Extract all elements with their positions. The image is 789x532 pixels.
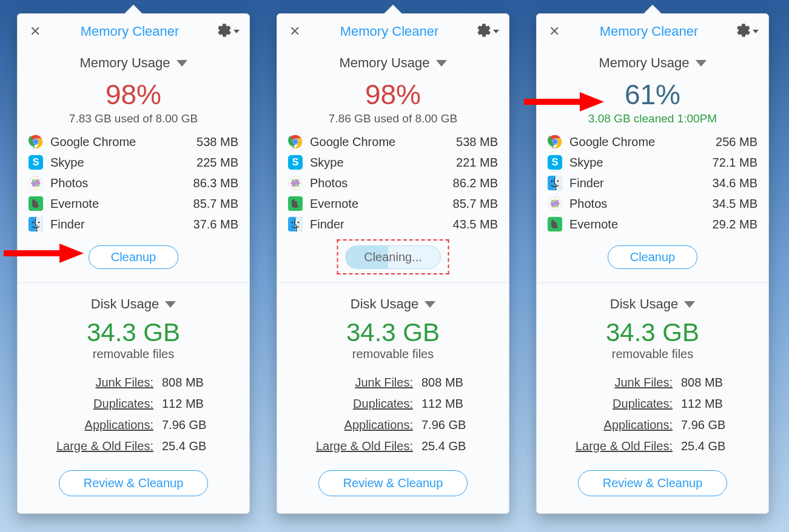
memory-percentage: 98% [277,78,509,111]
chrome-icon [548,135,562,149]
disk-row-label[interactable]: Large & Old Files: [50,439,162,453]
disk-usage-label: Disk Usage [610,296,678,312]
disk-row-label[interactable]: Duplicates: [50,397,162,411]
divider [537,282,768,283]
review-cleanup-button[interactable]: Review & Cleanup [578,470,728,496]
settings-button[interactable] [476,22,499,41]
settings-button[interactable] [736,22,759,41]
svg-point-38 [553,140,557,144]
app-name: Skype [569,156,713,170]
memory-usage-header[interactable]: Memory Usage [537,55,768,71]
chevron-down-icon [436,60,447,67]
disk-removable-size: 34.3 GB [18,318,249,347]
disk-usage-header[interactable]: Disk Usage [537,296,768,312]
chrome-icon [288,135,303,149]
photos-icon [288,176,303,190]
app-name: Google Chrome [310,135,456,149]
disk-row-label[interactable]: Applications: [569,418,681,432]
chevron-down-icon [696,60,707,67]
disk-row-value: 7.96 GB [681,418,736,432]
memory-subline: 7.86 GB used of 8.00 GB [277,112,509,125]
app-list: Google Chrome538 MBSSkype221 MBPhotos86.… [277,125,509,234]
app-size: 538 MB [456,135,498,149]
panel-title: Memory Cleaner [81,24,180,39]
app-size: 34.6 MB [713,176,757,190]
photos-icon [29,176,43,190]
disk-row-label[interactable]: Duplicates: [569,397,681,411]
svg-point-43 [551,181,553,182]
app-list-row: Google Chrome538 MB [288,131,498,152]
memory-usage-header[interactable]: Memory Usage [18,55,249,71]
app-name: Finder [569,176,713,190]
evernote-icon [288,196,303,211]
chevron-down-icon [233,30,240,33]
memory-usage-label: Memory Usage [599,55,689,71]
disk-row-value: 25.4 GB [681,439,736,453]
photos-icon [548,196,562,211]
app-list-row: Photos86.2 MB [288,173,498,193]
disk-usage-header[interactable]: Disk Usage [277,296,509,312]
close-button[interactable]: ✕ [287,24,303,39]
disk-row-label[interactable]: Large & Old Files: [569,439,681,453]
disk-breakdown-list: Junk Files:808 MBDuplicates:112 MBApplic… [277,361,509,457]
cleanup-button[interactable]: Cleanup [608,245,698,269]
gear-icon [736,22,751,41]
panel-title: Memory Cleaner [600,24,699,39]
svg-point-32 [292,222,294,224]
chevron-down-icon [753,30,759,33]
disk-row: Applications:7.96 GB [50,414,217,436]
settings-button[interactable] [217,22,240,41]
app-list-row: SSkype225 MB [29,152,238,173]
svg-point-16 [38,222,40,224]
memory-cleaner-panel: ✕Memory CleanerMemory Usage98%7.86 GB us… [277,13,509,514]
disk-row-label[interactable]: Duplicates: [310,397,421,411]
close-button[interactable]: ✕ [546,24,562,39]
app-list-row: Finder34.6 MB [548,173,757,193]
cleanup-button[interactable]: Cleanup [89,245,179,269]
panel-title: Memory Cleaner [340,24,439,39]
app-list-row: Evernote29.2 MB [548,214,757,234]
disk-row-label[interactable]: Large & Old Files: [310,439,421,453]
app-size: 86.3 MB [193,176,238,190]
disk-row-label[interactable]: Junk Files: [310,376,421,390]
memory-cleaner-panel: ✕Memory CleanerMemory Usage61%3.08 GB cl… [536,13,769,514]
app-size: 29.2 MB [713,218,757,231]
app-name: Photos [569,197,713,211]
close-button[interactable]: ✕ [27,24,43,39]
app-list-row: SSkype221 MB [288,152,498,173]
app-list-row: Photos86.3 MB [29,173,238,193]
memory-usage-header[interactable]: Memory Usage [277,55,509,71]
svg-point-33 [298,222,300,224]
disk-row-label[interactable]: Applications: [50,418,162,432]
disk-usage-header[interactable]: Disk Usage [18,296,249,312]
app-size: 85.7 MB [193,197,238,211]
app-list-row: Google Chrome256 MB [548,131,757,152]
app-name: Finder [310,218,453,231]
app-list: Google Chrome538 MBSSkype225 MBPhotos86.… [18,125,249,234]
evernote-icon [548,217,562,231]
app-list-row: SSkype72.1 MB [548,152,757,173]
app-list: Google Chrome256 MBSSkype72.1 MBFinder34… [537,125,768,234]
disk-row-value: 25.4 GB [421,439,476,453]
disk-row: Junk Files:808 MB [310,372,476,393]
app-size: 43.5 MB [453,218,498,231]
divider [18,282,249,283]
disk-row-label[interactable]: Applications: [310,418,421,432]
review-cleanup-button[interactable]: Review & Cleanup [59,470,209,496]
disk-row: Large & Old Files:25.4 GB [50,436,217,457]
disk-row-label[interactable]: Junk Files: [50,376,162,390]
skype-icon: S [29,155,43,170]
finder-icon [29,217,43,231]
disk-row-value: 808 MB [421,376,476,390]
memory-usage-label: Memory Usage [79,55,170,71]
disk-row-value: 25.4 GB [162,439,217,453]
memory-percentage: 61% [537,78,768,111]
app-name: Google Chrome [50,135,196,149]
disk-row-label[interactable]: Junk Files: [569,376,681,390]
disk-row-value: 808 MB [162,376,217,390]
disk-row-value: 7.96 GB [162,418,217,432]
review-cleanup-button[interactable]: Review & Cleanup [318,470,468,496]
finder-icon [288,217,303,231]
memory-usage-label: Memory Usage [339,55,429,71]
app-name: Photos [50,176,193,190]
